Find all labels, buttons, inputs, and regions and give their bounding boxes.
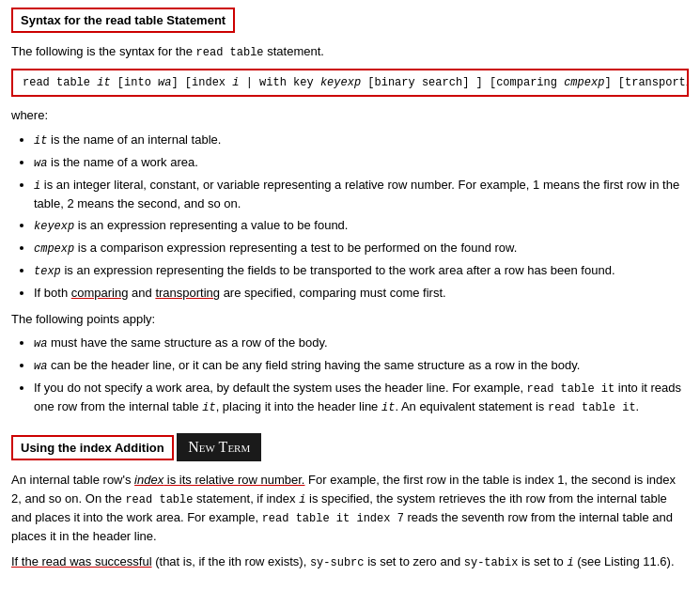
bullet-cmpexp: cmpexp is a comparison expression repres… (34, 239, 689, 257)
section1-header: Syntax for the read table Statement (11, 8, 235, 33)
point-wa-structure: wa must have the same structure as a row… (34, 334, 689, 352)
point-default: If you do not specify a work area, by de… (34, 379, 689, 416)
section1-intro: The following is the syntax for the read… (11, 42, 689, 61)
point-wa-header: wa can be the header line, or it can be … (34, 356, 689, 375)
section2-para2: If the read was successful (that is, if … (11, 553, 689, 571)
bullet-i: i is an integer literal, constant, or va… (34, 176, 689, 213)
bullet-both: If both comparing and transporting are s… (34, 284, 689, 303)
syntax-code-box: read table it [into wa] [index i | with … (11, 69, 689, 97)
section1-intro-end: statement. (267, 44, 324, 58)
section2-header: Using the index Addition (11, 435, 174, 460)
bullet-texp: texp is an expression representing the f… (34, 261, 689, 280)
section2-block: Using the index Addition New Term An int… (11, 429, 689, 571)
section1-block: Syntax for the read table Statement The … (11, 8, 689, 416)
new-term-text: New Term (188, 439, 250, 455)
points-label: The following points apply: (11, 310, 689, 329)
section2-para1: An internal table row's index is its rel… (11, 471, 689, 545)
points-bullets: wa must have the same structure as a row… (34, 334, 689, 416)
where-label: where: (11, 106, 689, 125)
bullet-wa: wa is the name of a work area. (34, 153, 689, 172)
where-bullets: it is the name of an internal table. wa … (34, 131, 689, 303)
section1-intro-text: The following is the syntax for the (11, 44, 193, 58)
page-container: Syntax for the read table Statement The … (0, 0, 700, 592)
syntax-code-text: read table it [into wa] [index i | with … (23, 76, 689, 89)
bullet-it: it is the name of an internal table. (34, 131, 689, 149)
bullet-keyexp: keyexp is an expression representing a v… (34, 216, 689, 235)
new-term-badge: New Term (177, 433, 261, 461)
section1-intro-code: read table (196, 46, 264, 59)
